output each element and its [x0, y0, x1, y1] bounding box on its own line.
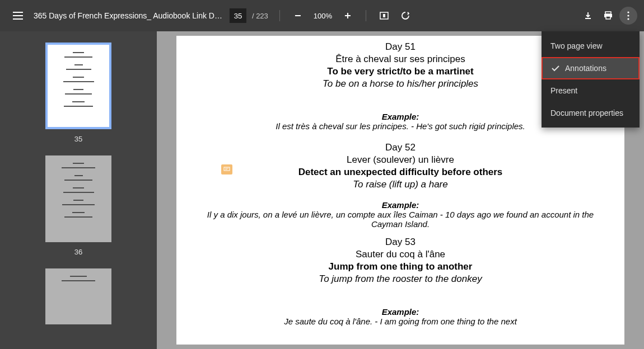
entry-day: Day 53 [199, 237, 602, 248]
svg-rect-2 [605, 12, 611, 14]
entry-literal: To raise (lift up) a hare [199, 179, 602, 190]
example-label: Example: [199, 200, 602, 210]
thumbnail-label: 36 [74, 248, 82, 256]
entry-day: Day 52 [199, 142, 602, 153]
thumbnail-label: 35 [74, 135, 82, 143]
thumbnail-35[interactable]: 35 [45, 43, 111, 143]
print-icon[interactable] [599, 7, 617, 25]
zoom-level: 100% [314, 12, 332, 20]
toolbar-right [579, 7, 637, 25]
entry-french: Sauter du coq à l'âne [199, 249, 602, 260]
annotation-comment-icon[interactable] [221, 164, 232, 174]
check-icon [552, 65, 559, 72]
menu-present[interactable]: Present [542, 79, 640, 102]
thumbnail-37[interactable] [45, 268, 111, 324]
menu-two-page-view[interactable]: Two page view [542, 35, 640, 57]
thumbnail-36[interactable]: 36 [45, 155, 111, 256]
document-title: 365 Days of French Expressions_ Audioboo… [34, 11, 224, 20]
svg-point-5 [627, 11, 629, 13]
toolbar-center: / 223 100% [230, 7, 414, 25]
hamburger-menu-icon[interactable] [7, 4, 29, 27]
separator [279, 10, 280, 21]
svg-rect-1 [383, 14, 385, 17]
entry-literal: To jump from the rooster to the donkey [199, 273, 602, 285]
svg-rect-4 [606, 16, 610, 19]
menu-document-properties[interactable]: Document properties [542, 102, 640, 124]
example-block: Example: Il y a dix jours, on a levé un … [199, 200, 602, 229]
entry-english: Jump from one thing to another [199, 261, 602, 272]
entry-french: Lever (soulever) un lièvre [199, 154, 602, 166]
thumbnail-sidebar: 35 36 [0, 31, 157, 349]
fit-page-icon[interactable] [375, 7, 393, 25]
rotate-icon[interactable] [396, 7, 414, 25]
svg-rect-8 [224, 167, 230, 171]
more-options-menu: Two page view Annotations Present Docume… [542, 31, 640, 128]
toolbar: 365 Days of French Expressions_ Audioboo… [0, 0, 644, 31]
menu-label: Two page view [550, 41, 603, 50]
menu-label: Annotations [565, 64, 606, 73]
menu-label: Document properties [550, 109, 623, 117]
example-text: Je saute du coq à l'âne. - I am going fr… [199, 317, 602, 326]
example-text: Il y a dix jours, on a levé un lièvre, u… [199, 210, 602, 229]
zoom-in-icon[interactable] [339, 7, 357, 25]
entry-english: Detect an unexpected difficulty before o… [199, 167, 602, 178]
page-total-label: / 223 [252, 12, 268, 20]
more-options-icon[interactable] [619, 7, 637, 25]
example-label: Example: [199, 307, 602, 317]
zoom-out-icon[interactable] [289, 7, 307, 25]
svg-point-6 [627, 15, 629, 16]
page-number-input[interactable] [230, 8, 246, 23]
entry-day-52: Day 52 Lever (soulever) un lièvre Detect… [199, 142, 602, 190]
example-block: Example: Je saute du coq à l'âne. - I am… [199, 307, 602, 326]
menu-label: Present [550, 86, 577, 95]
menu-annotations[interactable]: Annotations [542, 57, 640, 79]
entry-day-53: Day 53 Sauter du coq à l'âne Jump from o… [199, 237, 602, 285]
download-icon[interactable] [579, 7, 597, 25]
svg-point-7 [627, 18, 629, 20]
separator [366, 10, 366, 21]
